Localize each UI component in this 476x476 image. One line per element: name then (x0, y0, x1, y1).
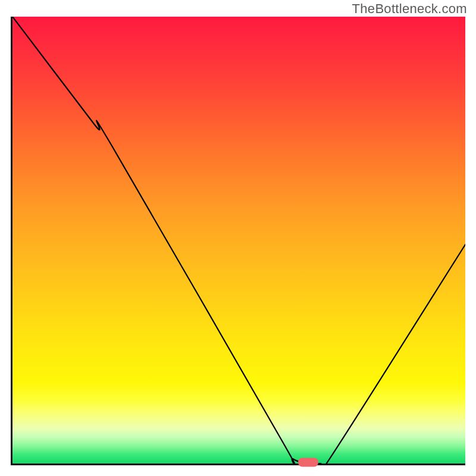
curve-svg (12, 17, 465, 464)
optimal-marker (298, 458, 318, 467)
chart-container: TheBottleneck.com (0, 0, 476, 476)
plot-area (11, 17, 465, 465)
bottleneck-curve-path (12, 17, 465, 464)
watermark-text: TheBottleneck.com (352, 1, 467, 17)
